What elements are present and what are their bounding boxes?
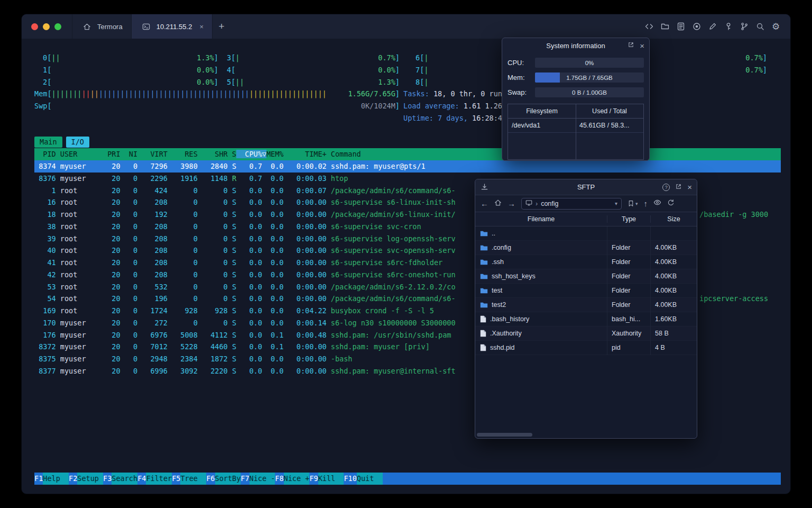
key-icon[interactable] <box>722 20 734 33</box>
home-icon <box>81 20 93 33</box>
notes-icon[interactable] <box>675 20 687 33</box>
filename-column-header[interactable]: Filename <box>475 215 607 223</box>
code-icon[interactable] <box>643 20 655 33</box>
command-overflow: ipcserver-access <box>699 293 768 305</box>
fkey-f6[interactable]: F6SortBy <box>206 474 241 483</box>
cpu-meter-0: 0[||1.3%] <box>43 52 218 64</box>
filesystem-row[interactable]: /dev/vda145.61GB / 58.3... <box>508 119 643 133</box>
mem-usage-value: 1.75GB / 7.65GB <box>535 72 644 83</box>
folder-icon <box>480 287 488 294</box>
fkey-f8[interactable]: F8Nice + <box>275 474 309 483</box>
cpu-usage-value: 0% <box>535 58 644 68</box>
process-table-header[interactable]: PID USER PRI NI VIRT RES SHR S CPU%▽MEM%… <box>34 148 781 160</box>
cpu-meter-3: 3[|0.7%] <box>227 52 400 64</box>
fkey-f10[interactable]: F10Quit <box>344 474 382 483</box>
file-name: .config <box>492 244 511 251</box>
sftp-titlebar: SFTP ? × <box>475 179 697 195</box>
path-breadcrumb[interactable]: › config ▾ <box>521 198 622 210</box>
file-size: 1.60KB <box>651 312 697 326</box>
show-hidden-icon[interactable] <box>653 198 661 208</box>
size-column-header[interactable]: Size <box>651 215 697 223</box>
fkey-f2[interactable]: F2Setup <box>69 474 103 483</box>
fkey-f4[interactable]: F4Filter <box>137 474 172 483</box>
open-in-window-icon[interactable] <box>628 41 634 50</box>
function-key-bar: F1Help F2Setup F3SearchF4FilterF5Tree F6… <box>34 473 781 485</box>
system-information-titlebar: System information × <box>502 38 649 53</box>
fkey-f5[interactable]: F5Tree <box>172 474 206 483</box>
file-row[interactable]: .sshFolder4.00KB <box>475 255 697 269</box>
transfers-icon[interactable] <box>481 183 488 193</box>
minimize-window-button[interactable] <box>43 23 50 30</box>
bookmarks-control[interactable]: ▾ <box>628 200 638 207</box>
horizontal-scrollbar[interactable] <box>477 433 694 437</box>
help-icon[interactable]: ? <box>662 184 670 191</box>
used-total-column-header: Used / Total <box>576 107 643 115</box>
tab-bar: Termora 10.211.55.2 × + ⚙ <box>22 14 790 39</box>
memory-meter: Mem[||||||||||||||||||||||||||||||||||||… <box>34 88 400 100</box>
close-panel-icon[interactable]: × <box>687 183 692 191</box>
sftp-toolbar: ← → › config ▾ ▾ ↑ <box>475 195 697 212</box>
swap-meter: Swp[0K/1024M] <box>34 100 400 112</box>
bookmarks-chevron-icon[interactable]: ▾ <box>635 201 638 206</box>
filesystem-table-header: Filesystem Used / Total <box>508 104 643 119</box>
scrollbar-thumb[interactable] <box>477 433 532 437</box>
swap-line: Swp[0K/1024M] Load average: 1.61 1.26 0.… <box>34 100 781 112</box>
sftp-title: SFTP <box>577 183 595 191</box>
htop-tab-main[interactable]: Main <box>34 137 62 148</box>
home-icon[interactable] <box>494 199 502 208</box>
tab-session[interactable]: 10.211.55.2 × <box>131 14 213 39</box>
forward-icon[interactable]: → <box>508 199 515 207</box>
parent-directory-icon[interactable]: ↑ <box>644 199 648 207</box>
file-row[interactable]: .configFolder4.00KB <box>475 241 697 255</box>
file-row[interactable]: .XauthorityXauthority58 B <box>475 326 697 341</box>
tab-session-label: 10.211.55.2 <box>156 23 192 31</box>
command-overflow: /basedir -g 3000 <box>699 208 768 221</box>
cpu-line-2: 2[0.0%]5[||1.3%]8[| <box>34 76 781 88</box>
fkey-f3[interactable]: F3Search <box>103 474 137 483</box>
swap-meter-value: 0K/1024M <box>361 100 395 112</box>
file-row[interactable]: .bash_historybash_hi...1.60KB <box>475 312 697 326</box>
zoom-window-button[interactable] <box>54 23 61 30</box>
file-row[interactable]: sshd.pidpid4 B <box>475 341 697 355</box>
tab-close-icon[interactable]: × <box>199 23 204 31</box>
settings-icon[interactable]: ⚙ <box>770 20 782 33</box>
folder-icon[interactable] <box>659 20 671 33</box>
type-column-header[interactable]: Type <box>607 215 651 223</box>
mem-line: Mem[||||||||||||||||||||||||||||||||||||… <box>34 88 781 100</box>
close-window-button[interactable] <box>31 23 38 30</box>
memory-meter-label: Mem[ <box>34 88 52 100</box>
file-name: ssh_host_keys <box>492 273 536 280</box>
file-name: test2 <box>492 301 506 309</box>
file-icon <box>480 330 486 337</box>
fkey-f9[interactable]: F9Kill <box>309 474 344 483</box>
search-icon[interactable] <box>754 20 766 33</box>
process-row[interactable]: 8374 myuser 20 0 7296 3980 2840 S 0.7 0.… <box>34 160 781 173</box>
file-row[interactable]: .. <box>475 226 697 241</box>
back-icon[interactable]: ← <box>481 199 488 207</box>
file-type: bash_hi... <box>607 312 651 326</box>
file-icon <box>480 344 486 351</box>
file-row[interactable]: ssh_host_keysFolder4.00KB <box>475 269 697 284</box>
fkey-f1[interactable]: F1Help <box>34 474 69 483</box>
htop-tab-io[interactable]: I/O <box>66 137 89 148</box>
close-panel-icon[interactable]: × <box>640 42 644 50</box>
folder-icon <box>480 244 488 251</box>
fkey-f7[interactable]: F7Nice - <box>241 474 275 483</box>
open-in-window-icon[interactable] <box>675 183 682 192</box>
branch-icon[interactable] <box>738 20 750 33</box>
file-table: Filename Type Size ...configFolder4.00KB… <box>475 212 697 438</box>
uptime-line: Uptime: 7 days, 16:28:42 <box>34 112 781 124</box>
computer-icon <box>525 199 532 208</box>
new-tab-button[interactable]: + <box>213 14 230 39</box>
file-row[interactable]: testFolder4.00KB <box>475 284 697 298</box>
chevron-down-icon[interactable]: ▾ <box>615 201 617 206</box>
tab-termora[interactable]: Termora <box>72 14 131 39</box>
record-icon[interactable] <box>690 20 703 33</box>
refresh-icon[interactable] <box>667 199 675 208</box>
cpu-meter-1: 1[0.0%] <box>43 64 218 76</box>
file-row[interactable]: test2Folder4.00KB <box>475 298 697 312</box>
edit-icon[interactable] <box>706 20 718 33</box>
breadcrumb-separator: › <box>536 200 538 207</box>
swap-usage-label: Swap: <box>508 88 535 96</box>
file-type: Folder <box>607 269 651 284</box>
